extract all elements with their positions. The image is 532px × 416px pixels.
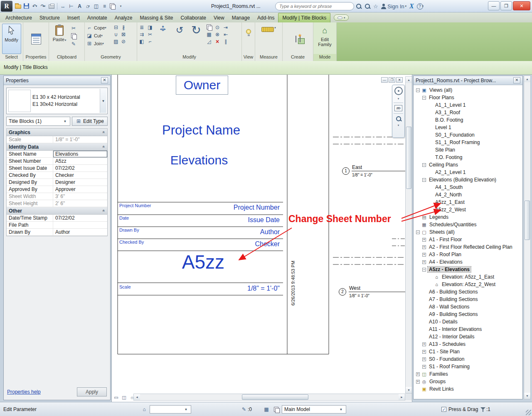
canvas-vertical-scrollbar[interactable]: ▲ ▼ bbox=[405, 76, 412, 394]
expand-icon[interactable]: + bbox=[422, 238, 426, 242]
wall-joins-icon[interactable]: ⊟ bbox=[112, 24, 120, 31]
element-filter-combo[interactable]: Title Blocks (1) ▼ bbox=[6, 117, 70, 126]
mirror-pick-icon[interactable]: ◨ bbox=[146, 24, 154, 31]
tree-item[interactable]: ▦Schedules/Quantities bbox=[414, 221, 522, 228]
cut-button[interactable]: ◪Cut▾ bbox=[86, 32, 111, 39]
tree-item[interactable]: A6 - Building Sections bbox=[414, 288, 522, 296]
view-minimize-icon[interactable]: — bbox=[381, 77, 388, 83]
offset-icon[interactable]: ⇉ bbox=[138, 31, 145, 38]
view-restore-icon[interactable]: ❐ bbox=[389, 77, 395, 83]
pin-icon[interactable]: ⊙ bbox=[214, 24, 221, 31]
sheet-title-label[interactable]: Elevations bbox=[151, 153, 247, 167]
sun-path-icon[interactable]: ☼ bbox=[129, 394, 135, 400]
design-options-icon[interactable]: ▦ bbox=[263, 406, 270, 413]
tree-item[interactable]: +◎Groups bbox=[414, 378, 522, 385]
join-button[interactable]: ⊞Join▾ bbox=[86, 39, 111, 47]
tree-item[interactable]: A8 - Wall Sections bbox=[414, 303, 522, 311]
properties-palette-header[interactable]: Properties ✕ bbox=[4, 76, 110, 85]
property-value[interactable]: Designer bbox=[53, 179, 107, 186]
collapse-chevron-icon[interactable]: « bbox=[102, 210, 106, 212]
property-value[interactable]: Checker bbox=[53, 172, 107, 179]
measure-button[interactable]: ↔ bbox=[59, 2, 67, 10]
scale-value[interactable]: 1/8" = 1'-0" bbox=[197, 285, 280, 292]
apply-button[interactable]: Apply bbox=[77, 387, 107, 396]
minimize-button[interactable]: — bbox=[488, 1, 500, 10]
viewport-name[interactable]: West bbox=[349, 285, 360, 291]
expand-icon[interactable]: + bbox=[422, 245, 426, 249]
design-option-selector[interactable]: Main Model▼ bbox=[282, 405, 346, 414]
expand-icon[interactable]: + bbox=[422, 357, 426, 361]
properties-help-link[interactable]: Properties help bbox=[7, 389, 41, 395]
tree-item[interactable]: +A4 - Elevations bbox=[414, 258, 522, 266]
tab-modify-title-blocks[interactable]: Modify | Title Blocks bbox=[278, 13, 330, 22]
tree-item[interactable]: A2_1_Level 1 bbox=[414, 169, 522, 176]
property-value[interactable]: A5zz bbox=[53, 158, 107, 164]
rotate-button[interactable]: ↻ bbox=[188, 24, 204, 37]
property-value[interactable]: 07/22/02 bbox=[53, 165, 107, 171]
collapse-chevron-icon[interactable]: « bbox=[102, 131, 106, 134]
split-face-icon[interactable]: ▨ bbox=[112, 38, 120, 45]
cope-button[interactable]: ⌐Cope▾ bbox=[86, 24, 111, 32]
resize-grip[interactable] bbox=[526, 410, 531, 415]
checkbox-checked-icon[interactable]: ✓ bbox=[441, 407, 446, 412]
cut-profile-icon[interactable]: ∪ bbox=[112, 31, 120, 38]
redo-button[interactable]: ↷▾ bbox=[39, 2, 47, 10]
property-group-header[interactable]: Other« bbox=[7, 207, 107, 215]
tree-item[interactable]: A11 - Interior Elevations bbox=[414, 325, 522, 333]
text-button[interactable]: A bbox=[76, 2, 84, 10]
tree-item[interactable]: A4_1_South bbox=[414, 184, 522, 191]
tree-item[interactable]: −Elevations (Building Elevation) bbox=[414, 176, 522, 184]
trim-icon[interactable]: ⌐ bbox=[146, 38, 154, 45]
expand-icon[interactable]: + bbox=[422, 350, 426, 354]
section-button[interactable]: ◫ bbox=[92, 2, 100, 10]
tab-analyze[interactable]: Analyze bbox=[111, 13, 136, 22]
close-button[interactable]: ✕ bbox=[513, 1, 530, 10]
tree-item[interactable]: +A3 - Roof Plan bbox=[414, 251, 522, 258]
delete-icon[interactable]: × bbox=[214, 38, 221, 45]
align-icon[interactable]: ≣ bbox=[138, 24, 145, 31]
panel-state-toggle[interactable]: ▾ bbox=[334, 15, 349, 21]
demolish-icon[interactable]: ⊠ bbox=[120, 31, 127, 38]
tree-item[interactable]: ▤Legends bbox=[414, 213, 522, 221]
field-value[interactable]: Issue Date bbox=[197, 216, 280, 224]
property-value[interactable]: Approver bbox=[53, 186, 107, 193]
open-button[interactable] bbox=[14, 2, 22, 10]
press-drag-toggle[interactable]: ✓Press & Drag bbox=[441, 402, 478, 416]
search-input[interactable] bbox=[279, 4, 350, 9]
collapse-icon[interactable]: − bbox=[416, 230, 420, 234]
tab-manage[interactable]: Manage bbox=[228, 13, 254, 22]
save-button[interactable] bbox=[22, 2, 30, 10]
steering-wheel-icon[interactable] bbox=[394, 87, 403, 95]
sign-in-button[interactable]: Sign In ▾ bbox=[381, 3, 406, 10]
tree-item[interactable]: S1_1_Roof Framing bbox=[414, 139, 522, 146]
tree-item[interactable]: ⌂Elevation: A5zz_2_West bbox=[414, 281, 522, 288]
tree-item[interactable]: A5zz_2_West bbox=[414, 206, 522, 213]
copy-icon[interactable] bbox=[205, 24, 213, 31]
undo-button[interactable]: ↶▾ bbox=[31, 2, 39, 10]
property-group-header[interactable]: Identity Data« bbox=[7, 143, 107, 151]
tab-collaborate[interactable]: Collaborate bbox=[177, 13, 210, 22]
tree-item[interactable]: T.O. Footing bbox=[414, 154, 522, 161]
tree-item[interactable]: B.O. Footing bbox=[414, 116, 522, 124]
options-pick-icon[interactable] bbox=[273, 406, 280, 413]
tree-item[interactable]: S0_1_Foundation bbox=[414, 131, 522, 139]
field-value[interactable]: Project Number bbox=[197, 204, 280, 211]
scrollbar-thumb[interactable] bbox=[525, 201, 530, 240]
property-value[interactable]: Elevations bbox=[53, 151, 107, 157]
zoom-icon[interactable] bbox=[396, 116, 401, 122]
expand-icon[interactable]: + bbox=[422, 260, 426, 264]
tab-add-ins[interactable]: Add-Ins bbox=[254, 13, 278, 22]
tab-massing-site[interactable]: Massing & Site bbox=[136, 13, 177, 22]
trim-multiple-icon[interactable]: ⇤ bbox=[222, 31, 229, 38]
aligned-dimension-button[interactable]: ⊢ bbox=[67, 2, 75, 10]
split-gap-icon[interactable]: ∥ bbox=[222, 38, 229, 45]
tree-item[interactable]: −Ceiling Plans bbox=[414, 161, 522, 169]
create-group-button[interactable] bbox=[296, 36, 296, 42]
chevron-down-icon[interactable]: ▾ bbox=[398, 97, 399, 100]
property-group-header[interactable]: Graphics« bbox=[7, 129, 107, 136]
tree-item[interactable]: A3_1_Roof bbox=[414, 109, 522, 116]
tab-architecture[interactable]: Architecture bbox=[2, 13, 36, 22]
tree-item[interactable]: A1_1_Level 1 bbox=[414, 101, 522, 109]
property-value[interactable] bbox=[53, 222, 107, 228]
canvas-horizontal-scrollbar[interactable]: ◄ ► bbox=[133, 394, 405, 401]
